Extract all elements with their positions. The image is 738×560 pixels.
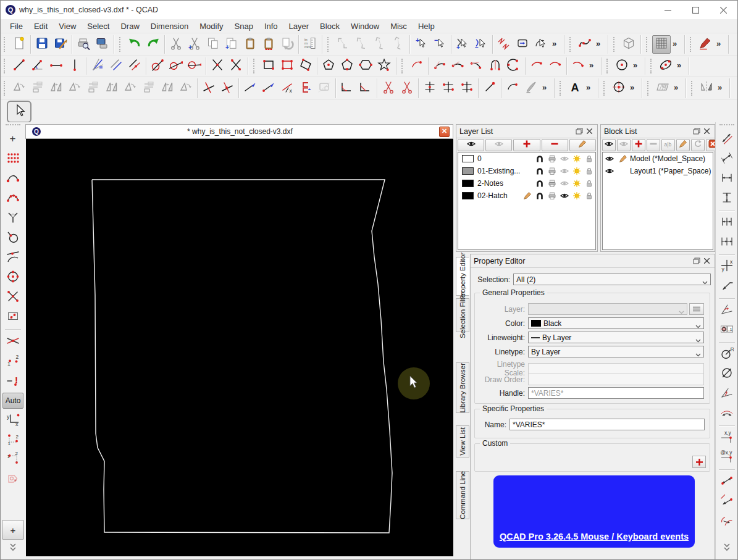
menu-item-window[interactable]: Window xyxy=(345,20,385,32)
tool-button-snapfree[interactable]: + xyxy=(4,130,22,149)
menu-item-misc[interactable]: Misc xyxy=(385,20,413,32)
tool-button-hatch[interactable] xyxy=(653,79,672,98)
remove-block-button[interactable] xyxy=(647,139,660,151)
tool-button-snapcirc[interactable] xyxy=(4,229,22,248)
tool-button-hexagon[interactable] xyxy=(356,57,375,75)
tool-button-line[interactable] xyxy=(10,57,28,75)
tool-button-star[interactable] xyxy=(375,57,393,75)
tool-button-rectrot[interactable] xyxy=(296,57,315,75)
tool-button-pents[interactable] xyxy=(338,57,356,75)
tool-button-arcc[interactable] xyxy=(505,57,523,75)
tool-button-t5[interactable] xyxy=(84,79,103,98)
close-panel-icon[interactable] xyxy=(702,257,711,265)
show-all-layers-button[interactable] xyxy=(458,139,484,151)
add-custom-property-button[interactable] xyxy=(692,456,706,468)
tool-button-dimopt[interactable]: .1 xyxy=(718,321,736,340)
edit-layer-button[interactable] xyxy=(569,139,596,151)
tool-button-clipred[interactable] xyxy=(296,79,315,98)
dock-tab-library-browser[interactable]: Library Browser xyxy=(456,362,469,413)
menu-item-file[interactable]: File xyxy=(4,20,28,32)
layer-row[interactable]: 01-Existing... xyxy=(458,165,595,177)
tool-button-par[interactable] xyxy=(107,57,125,75)
tool-button-trim1[interactable] xyxy=(199,79,218,98)
tool-button-dimbase[interactable] xyxy=(718,214,736,232)
tool-button-spline[interactable] xyxy=(576,35,594,54)
tool-button-pastesp[interactable] xyxy=(278,35,296,54)
toolbar-overflow-button[interactable]: » xyxy=(628,79,639,98)
tool-button-dimang2[interactable] xyxy=(718,385,736,403)
tool-button-scis2[interactable] xyxy=(398,79,416,98)
tool-button-parpt[interactable] xyxy=(125,57,144,75)
add-block-button[interactable] xyxy=(632,139,645,151)
tool-button-distlp[interactable] xyxy=(718,492,736,511)
block-visibility-eye-icon[interactable] xyxy=(603,154,616,163)
tool-button-atxy[interactable]: @x,y xyxy=(718,448,736,467)
toolbar-drag-handle[interactable] xyxy=(4,59,8,73)
tool-button-cutref[interactable]: + xyxy=(185,35,204,54)
tool-button-rectred[interactable] xyxy=(278,57,296,75)
float-panel-icon[interactable] xyxy=(574,127,584,136)
banner-link[interactable]: QCAD Pro 3.26.4.5 Mouse / Keyboard event… xyxy=(500,532,689,541)
tool-button-t3[interactable] xyxy=(47,79,65,98)
tool-button-copy[interactable] xyxy=(204,35,222,54)
tool-button-cross2[interactable] xyxy=(227,57,245,75)
toolbar-overflow-button[interactable]: » xyxy=(675,57,686,75)
layer-visibility-eye-icon[interactable] xyxy=(558,191,571,200)
layer-print-icon[interactable] xyxy=(546,154,558,163)
tool-button-snapx[interactable] xyxy=(4,288,22,307)
tool-button-save[interactable] xyxy=(33,35,51,54)
tool-button-arc3[interactable] xyxy=(468,57,486,75)
toolbar-overflow-button[interactable]: » xyxy=(594,35,605,54)
layer-lock-icon[interactable] xyxy=(583,154,595,163)
close-button[interactable] xyxy=(710,1,737,19)
tool-button-bisector[interactable] xyxy=(88,57,107,75)
menu-item-dimension[interactable]: Dimension xyxy=(145,20,194,32)
tool-button-selarc[interactable] xyxy=(532,35,550,54)
toolbar-overflow-button[interactable]: » xyxy=(584,79,595,98)
document-window-titlebar[interactable]: Q * why_is_this_not_closed-v3.dxf ✕ xyxy=(25,124,453,139)
toolbar-drag-handle[interactable] xyxy=(603,81,608,96)
tool-button-rect[interactable] xyxy=(259,57,278,75)
tool-button-pencilred[interactable] xyxy=(696,35,715,54)
toolbar-overflow-button[interactable]: » xyxy=(671,35,682,54)
close-panel-icon[interactable] xyxy=(702,127,711,136)
tool-button-seladd[interactable]: + xyxy=(412,35,430,54)
toolbar-add-button[interactable]: + xyxy=(2,520,24,540)
tool-button-pts12[interactable]: 12 xyxy=(4,352,22,370)
toolbar-drag-handle[interactable] xyxy=(646,37,650,52)
tool-button-corner2[interactable] xyxy=(356,79,375,98)
block-row[interactable]: Model (*Model_Space) xyxy=(603,153,713,165)
tool-button-t6[interactable] xyxy=(103,79,121,98)
layer-edit-pencil-icon[interactable] xyxy=(521,191,534,200)
snap-auto-button[interactable]: Auto xyxy=(2,393,23,409)
edit-block-button[interactable] xyxy=(676,139,690,151)
toolbar-drag-handle[interactable] xyxy=(4,81,8,96)
menu-item-edit[interactable]: Edit xyxy=(28,20,53,32)
tool-button-clipb[interactable] xyxy=(241,35,259,54)
tool-button-cube[interactable] xyxy=(619,35,638,54)
toolbar-overflow-button[interactable]: » xyxy=(715,35,726,54)
tool-button-arcs3[interactable] xyxy=(546,57,564,75)
maximize-button[interactable] xyxy=(682,1,710,19)
tool-button-arc1[interactable] xyxy=(430,57,449,75)
toolbar-drag-handle[interactable] xyxy=(613,37,618,52)
tool-button-lineang[interactable] xyxy=(28,57,47,75)
tool-button-snapend[interactable] xyxy=(4,170,22,188)
name-input[interactable]: *VARIES* xyxy=(509,419,705,430)
tool-button-arcsm[interactable] xyxy=(503,79,522,98)
selection-pointer-button[interactable] xyxy=(7,101,31,123)
menu-item-info[interactable]: Info xyxy=(259,20,283,32)
menu-item-layer[interactable]: Layer xyxy=(283,20,315,32)
menu-item-view[interactable]: View xyxy=(53,20,82,32)
float-panel-icon[interactable] xyxy=(692,127,702,136)
tool-button-arcs1[interactable] xyxy=(408,57,426,75)
menu-item-snap[interactable]: Snap xyxy=(229,20,259,32)
tool-button-auto2[interactable] xyxy=(4,332,22,351)
toolbar-overflow-button[interactable]: » xyxy=(631,57,642,75)
remove-layer-button[interactable] xyxy=(542,139,568,151)
tool-button-selrect[interactable] xyxy=(513,35,532,54)
tool-button-trim2[interactable] xyxy=(218,79,237,98)
toolbar-drag-handle[interactable] xyxy=(606,59,611,73)
qcad-pro-banner[interactable]: QCAD Pro 3.26.4.5 Mouse / Keyboard event… xyxy=(493,475,695,548)
tool-button-distpp[interactable] xyxy=(718,472,736,491)
